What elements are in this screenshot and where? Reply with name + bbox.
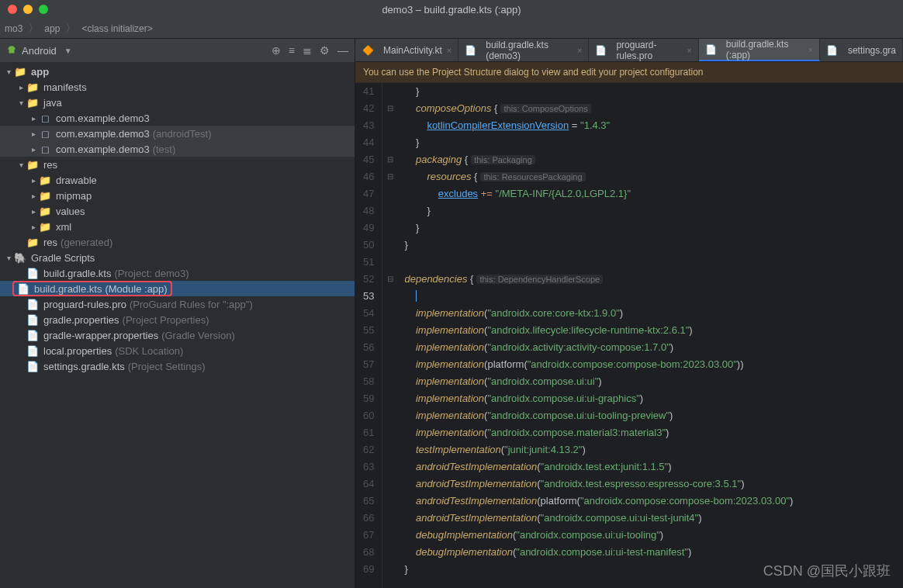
tab-settings[interactable]: 📄settings.gra <box>820 39 903 61</box>
watermark: CSDN @国民小跟班 <box>763 562 891 580</box>
tree-node-values[interactable]: ▸📁values <box>0 203 355 219</box>
tree-node-file[interactable]: 📄proguard-rules.pro(ProGuard Rules for "… <box>0 296 355 312</box>
close-icon[interactable]: × <box>808 45 813 54</box>
editor-panel: 🔶MainActivity.kt× 📄build.gradle.kts (dem… <box>355 39 903 588</box>
tab-build-demo3[interactable]: 📄build.gradle.kts (demo3)× <box>458 39 589 61</box>
tab-mainactivity[interactable]: 🔶MainActivity.kt× <box>355 39 458 61</box>
kts-file-icon: 📄 <box>26 267 39 279</box>
tree-node-file[interactable]: 📄gradle.properties(Project Properties) <box>0 312 355 327</box>
fold-marks: ⊟⊟⊟⊟ <box>382 83 398 588</box>
tree-node-gradle-scripts[interactable]: ▾🐘Gradle Scripts <box>0 250 355 265</box>
kts-file-icon: 📄 <box>465 44 476 57</box>
tree-node-manifests[interactable]: ▸📁manifests <box>0 79 355 95</box>
tab-proguard[interactable]: 📄proguard-rules.pro× <box>589 39 698 61</box>
file-icon: 📄 <box>26 329 39 341</box>
breadcrumb-item[interactable]: app <box>44 23 60 34</box>
project-view-label[interactable]: Android <box>22 45 57 57</box>
tree-node-package[interactable]: ▸◻com.example.demo3(test) <box>0 141 355 157</box>
editor-tabs: 🔶MainActivity.kt× 📄build.gradle.kts (dem… <box>355 39 903 62</box>
kts-file-icon: 📄 <box>17 282 29 295</box>
window-title: demo3 – build.gradle.kts (:app) <box>382 4 521 16</box>
gear-icon[interactable]: ⚙ <box>320 44 330 57</box>
kotlin-file-icon: 🔶 <box>362 44 374 57</box>
folder-icon: 📁 <box>39 174 51 186</box>
folder-icon: 📁 <box>26 158 39 171</box>
titlebar: demo3 – build.gradle.kts (:app) <box>0 0 903 19</box>
minimize-panel-icon[interactable]: — <box>337 44 348 57</box>
tree-node-java[interactable]: ▾📁java <box>0 95 355 110</box>
folder-icon: 📁 <box>14 65 26 78</box>
tree-node-package[interactable]: ▸◻com.example.demo3 <box>0 110 355 126</box>
tree-node-mipmap[interactable]: ▸📁mipmap <box>0 188 355 203</box>
package-icon: ◻ <box>39 112 51 124</box>
tree-node-xml[interactable]: ▸📁xml <box>0 219 355 234</box>
file-icon: 📄 <box>26 298 39 310</box>
maximize-window-icon[interactable] <box>39 5 48 14</box>
kts-file-icon: 📄 <box>826 44 839 57</box>
gradle-icon: 🐘 <box>14 251 26 264</box>
sort-icon[interactable]: ≡ <box>289 44 295 57</box>
file-icon: 📄 <box>595 44 607 57</box>
chevron-down-icon[interactable]: ▼ <box>64 47 72 55</box>
folder-icon: 📁 <box>26 96 39 109</box>
breadcrumb-item[interactable]: mo3 <box>5 23 22 34</box>
tree-node-file[interactable]: 📄settings.gradle.kts(Project Settings) <box>0 358 355 374</box>
kts-file-icon: 📄 <box>26 360 39 372</box>
folder-icon: 📁 <box>26 81 39 93</box>
tree-node-file-selected[interactable]: 📄build.gradle.kts(Module :app) <box>0 281 355 296</box>
tree-node-app[interactable]: ▾📁app <box>0 64 355 79</box>
tree-node-resgen[interactable]: 📁res(generated) <box>0 234 355 250</box>
close-icon[interactable]: × <box>447 46 452 55</box>
tab-build-app[interactable]: 📄build.gradle.kts (:app)× <box>699 39 820 61</box>
kts-file-icon: 📄 <box>705 43 717 56</box>
package-icon: ◻ <box>39 127 51 140</box>
folder-icon: 📁 <box>39 205 51 217</box>
android-icon <box>6 45 17 56</box>
code-content[interactable]: } composeOptions {this: ComposeOptions k… <box>398 83 793 588</box>
window-controls <box>0 5 48 14</box>
minimize-window-icon[interactable] <box>23 5 33 14</box>
close-icon[interactable]: × <box>687 46 691 55</box>
project-structure-banner[interactable]: You can use the Project Structure dialog… <box>355 62 903 83</box>
folder-icon: 📁 <box>26 236 39 248</box>
tree-node-file[interactable]: 📄gradle-wrapper.properties(Gradle Versio… <box>0 327 355 343</box>
line-gutter: 4142434445464748495051525354555657585960… <box>355 83 382 588</box>
tree-node-res[interactable]: ▾📁res <box>0 157 355 172</box>
package-icon: ◻ <box>39 143 51 155</box>
tree-node-file[interactable]: 📄build.gradle.kts(Project: demo3) <box>0 265 355 281</box>
breadcrumb-item[interactable]: <class initializer> <box>81 23 152 34</box>
close-icon[interactable]: × <box>577 46 582 55</box>
tree-node-package[interactable]: ▸◻com.example.demo3(androidTest) <box>0 126 355 141</box>
target-icon[interactable]: ⊕ <box>272 44 281 57</box>
file-icon: 📄 <box>26 313 39 326</box>
folder-icon: 📁 <box>39 189 51 202</box>
project-sidebar: Android ▼ ⊕ ≡ ≣ ⚙ — ▾📁app ▸📁manifests ▾📁… <box>0 39 355 588</box>
breadcrumb: mo3〉 app〉 <class initializer> <box>0 19 903 39</box>
project-tree[interactable]: ▾📁app ▸📁manifests ▾📁java ▸◻com.example.d… <box>0 62 355 588</box>
tree-node-file[interactable]: 📄local.properties(SDK Location) <box>0 343 355 358</box>
code-editor[interactable]: 4142434445464748495051525354555657585960… <box>355 83 903 588</box>
collapse-icon[interactable]: ≣ <box>303 44 312 57</box>
tree-node-drawable[interactable]: ▸📁drawable <box>0 172 355 188</box>
file-icon: 📄 <box>26 344 39 357</box>
folder-icon: 📁 <box>39 220 51 233</box>
project-tool-header: Android ▼ ⊕ ≡ ≣ ⚙ — <box>0 39 355 62</box>
close-window-icon[interactable] <box>8 5 17 14</box>
